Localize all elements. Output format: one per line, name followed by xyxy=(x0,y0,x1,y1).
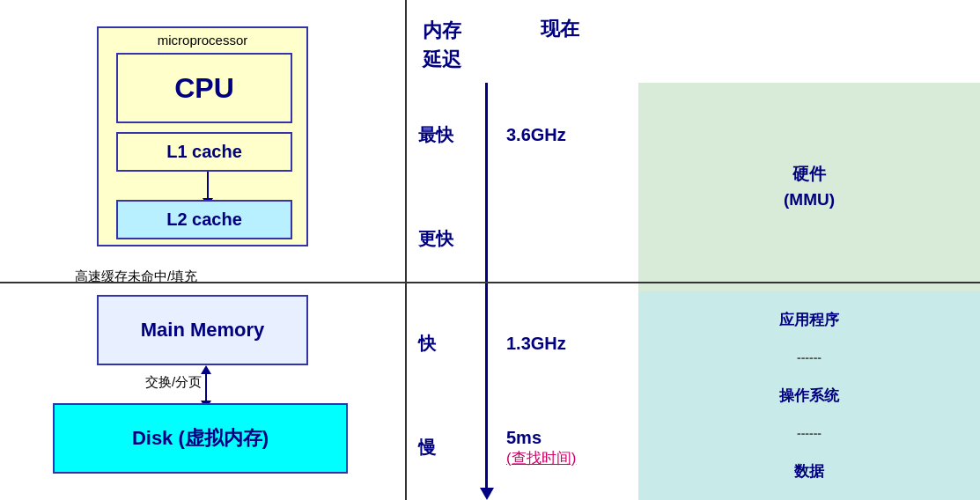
main-memory-box: Main Memory xyxy=(97,295,308,365)
speed-arrow-column xyxy=(471,83,502,500)
speed-fastest: 最快 xyxy=(418,123,453,147)
speed-column: 最快 更快 快 慢 xyxy=(405,83,471,500)
mem-delay-line2: 延迟 xyxy=(423,45,461,74)
val-block-4: 5ms (查找时间) xyxy=(502,396,638,501)
values-column: 3.6GHz 1.3GHz 5ms (查找时间) xyxy=(502,83,638,500)
arrow-shaft-swap xyxy=(205,374,207,401)
l1-cache-box: L1 cache xyxy=(116,132,292,172)
mem-delay-header: 内存 延迟 xyxy=(423,16,461,74)
hw-label-line1: 硬件 xyxy=(784,162,835,188)
speed-faster-block: 更快 xyxy=(418,188,471,292)
val-block-3: 1.3GHz xyxy=(502,291,638,396)
l2-cache-box: L2 cache xyxy=(116,200,292,239)
mem-delay-line1: 内存 xyxy=(423,16,461,45)
hardware-top-label: 硬件 (MMU) xyxy=(784,162,835,212)
arrow-shaft-l1l2 xyxy=(207,172,209,198)
cpu-box: CPU xyxy=(116,53,292,123)
now-header: 现在 xyxy=(514,16,579,42)
l2-cache-label: L2 cache xyxy=(166,210,242,230)
microprocessor-box: microprocessor CPU L1 cache L2 cache xyxy=(97,26,308,246)
speed-fast: 快 xyxy=(418,332,436,356)
speed-slow: 慢 xyxy=(418,436,436,460)
hw-app-label: 应用程序 xyxy=(779,308,839,332)
swap-label: 交换/分页 xyxy=(145,374,202,391)
speed-arrow-head xyxy=(480,488,494,500)
cpu-label: CPU xyxy=(174,72,234,105)
speed-arrow-shaft xyxy=(485,83,488,488)
val-block-2 xyxy=(502,188,638,292)
speed-fast-block: 快 xyxy=(418,291,471,396)
hardware-lower: 应用程序 ------ 操作系统 ------ 数据 xyxy=(638,291,980,500)
hw-divider1: ------ xyxy=(797,348,822,367)
value-speed3-link[interactable]: (查找时间) xyxy=(506,448,576,468)
hw-divider2: ------ xyxy=(797,423,822,443)
right-panel: 内存 延迟 现在 最快 更快 快 慢 xyxy=(405,0,980,500)
l1-cache-label: L1 cache xyxy=(166,142,242,162)
main-memory-label: Main Memory xyxy=(141,319,265,342)
right-body: 最快 更快 快 慢 3.6GHz xyxy=(405,83,980,500)
value-speed2: 1.3GHz xyxy=(506,334,566,354)
main-container: microprocessor CPU L1 cache L2 cache 高速缓… xyxy=(0,0,980,500)
value-speed1: 3.6GHz xyxy=(506,125,566,145)
hw-data-label: 数据 xyxy=(794,460,824,483)
val-block-1: 3.6GHz xyxy=(502,83,638,188)
speed-faster: 更快 xyxy=(418,227,453,251)
horizontal-divider xyxy=(0,282,405,283)
hardware-upper: 硬件 (MMU) xyxy=(638,83,980,291)
speed-fastest-block: 最快 xyxy=(418,83,471,188)
right-header-row: 内存 延迟 现在 xyxy=(405,0,980,83)
h-line-right xyxy=(405,282,980,283)
value-speed3-line1: 5ms xyxy=(506,428,542,448)
hw-label-line2: (MMU) xyxy=(784,188,835,213)
microprocessor-label: microprocessor xyxy=(99,33,306,48)
speed-slow-block: 慢 xyxy=(418,396,471,501)
disk-label: Disk (虚拟内存) xyxy=(132,425,269,452)
diagram-section: microprocessor CPU L1 cache L2 cache 高速缓… xyxy=(0,0,405,500)
hw-os-label: 操作系统 xyxy=(779,384,839,408)
hardware-column: 硬件 (MMU) 应用程序 ------ 操作系统 ------ 数据 xyxy=(638,83,980,500)
arrow-head-up xyxy=(201,365,211,374)
vertical-divider xyxy=(405,0,407,500)
disk-box: Disk (虚拟内存) xyxy=(53,403,348,474)
